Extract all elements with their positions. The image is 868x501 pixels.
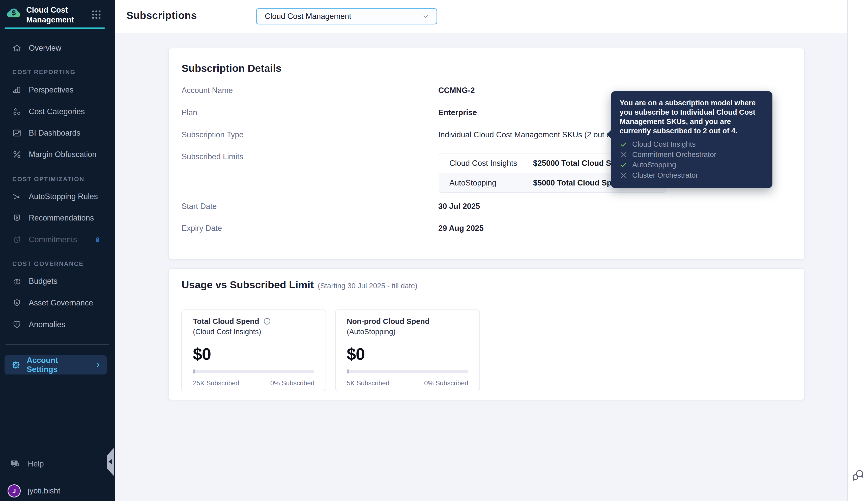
usage-progress-fill [347, 370, 349, 373]
tooltip-sku-name: Commitment Orchestrator [632, 150, 717, 159]
tooltip-arrow [607, 130, 611, 139]
module-dropdown[interactable]: Cloud Cost Management [256, 8, 437, 24]
card-title: Usage vs Subscribed Limit (Starting 30 J… [181, 279, 417, 291]
usage-progress-fill [193, 370, 195, 373]
field-value-expiry-date: 29 Aug 2025 [438, 223, 484, 234]
sidebar-item-label: Recommendations [29, 213, 94, 223]
module-grid-icon[interactable] [91, 9, 102, 20]
field-label-plan: Plan [181, 107, 197, 118]
chevron-right-icon [94, 361, 102, 369]
sidebar-item-cost-categories[interactable]: Cost Categories [0, 101, 115, 122]
field-label-subscription-type: Subscription Type [181, 129, 244, 140]
svg-text:?: ? [13, 460, 15, 465]
percent-icon [12, 150, 22, 159]
sidebar-divider [6, 344, 109, 345]
usage-card-title: Non-prod Cloud Spend [347, 317, 468, 326]
x-icon [620, 171, 628, 179]
sidebar-section-cost-reporting: COST REPORTING [12, 68, 76, 76]
usage-amount: $0 [347, 344, 468, 364]
tooltip-sku-list: Cloud Cost Insights Commitment Orchestra… [620, 139, 764, 180]
page-title: Subscriptions [126, 10, 197, 21]
usage-title: Usage vs Subscribed Limit [181, 279, 314, 291]
usage-card-title-text: Non-prod Cloud Spend [347, 317, 429, 326]
usage-subtitle: (Starting 30 Jul 2025 - till date) [318, 282, 417, 290]
sidebar-item-recommendations[interactable]: Recommendations [0, 207, 115, 229]
sidebar-item-label: Asset Governance [29, 298, 93, 308]
top-bar: Subscriptions Cloud Cost Management [115, 0, 847, 33]
sidebar-item-budgets[interactable]: $ Budgets [0, 270, 115, 292]
avatar[interactable]: J [8, 484, 21, 498]
dashboard-icon [12, 128, 22, 138]
bar-chart-icon [12, 85, 22, 95]
tooltip-text: You are on a subscription model where yo… [620, 98, 764, 136]
sidebar-accent-rule [4, 28, 105, 29]
app-root: $ Cloud Cost Management Overview COST RE… [0, 0, 868, 501]
field-label-expiry-date: Expiry Date [181, 223, 222, 234]
avatar-initial: J [12, 487, 16, 495]
sidebar-item-autostopping-rules[interactable]: AutoStopping Rules [0, 186, 115, 207]
check-icon [620, 140, 628, 148]
tooltip-sku-name: Cloud Cost Insights [632, 140, 696, 148]
sidebar-item-account-settings[interactable]: Account Settings [4, 355, 107, 374]
tooltip-sku-item: Cluster Orchestrator [620, 170, 764, 180]
sidebar-item-overview[interactable]: Overview [0, 37, 115, 59]
sidebar-item-label: Account Settings [27, 356, 88, 374]
sidebar-item-asset-governance[interactable]: $ Asset Governance [0, 292, 115, 314]
chevron-down-icon [421, 12, 430, 21]
info-icon[interactable] [263, 317, 271, 326]
sidebar-item-margin-obfuscation[interactable]: Margin Obfuscation [0, 143, 115, 165]
svg-text:$: $ [12, 9, 16, 17]
sidebar-section-cost-optimization: COST OPTIMIZATION [12, 175, 84, 183]
usage-card-non-prod-cloud-spend: Non-prod Cloud Spend (AutoStopping) $0 5… [335, 309, 480, 391]
x-icon [620, 151, 628, 159]
tooltip-sku-item: Cloud Cost Insights [620, 139, 764, 149]
clock-history-icon [12, 235, 22, 244]
subscribed-percent-label: 0% Subscribed [270, 379, 314, 387]
sidebar-item-label: Overview [29, 44, 61, 53]
badge-icon [12, 213, 22, 223]
field-label-subscribed-limits: Subscribed Limits [181, 151, 243, 162]
chat-icon[interactable] [851, 468, 865, 482]
tooltip-sku-item: Commitment Orchestrator [620, 149, 764, 160]
usage-progress-bar [347, 370, 468, 373]
usage-card-subtitle: (AutoStopping) [347, 328, 468, 336]
sidebar-item-perspectives[interactable]: Perspectives [0, 79, 115, 101]
shapes-icon [12, 107, 22, 116]
gear-icon [11, 360, 21, 370]
usage-card-title: Total Cloud Spend [193, 317, 314, 326]
sidebar-item-label: Perspectives [29, 85, 73, 95]
check-icon [620, 161, 628, 169]
sidebar-item-bi-dashboards[interactable]: BI Dashboards [0, 122, 115, 144]
subscription-type-tooltip: You are on a subscription model where yo… [611, 91, 772, 188]
limit-sku: AutoStopping [449, 179, 533, 188]
tooltip-sku-name: Cluster Orchestrator [632, 171, 698, 179]
subscribed-amount-label: 25K Subscribed [193, 379, 239, 387]
field-label-account-name: Account Name [181, 85, 233, 96]
sidebar-section-cost-governance: COST GOVERNANCE [12, 260, 84, 268]
usage-card-title-text: Total Cloud Spend [193, 317, 259, 326]
piggy-bank-icon: $ [12, 276, 22, 286]
app-title: Cloud Cost Management [26, 5, 92, 25]
main-content: Subscription Details Account Name CCMNG-… [115, 33, 847, 501]
home-icon [12, 43, 22, 53]
sidebar-item-anomalies[interactable]: Anomalies [0, 314, 115, 335]
field-value-subscription-type: Individual Cloud Cost Management SKUs (2… [438, 129, 635, 140]
app-logo[interactable]: $ Cloud Cost Management [6, 5, 92, 25]
sidebar-item-label: Margin Obfuscation [29, 150, 97, 159]
user-menu[interactable]: J jyoti.bisht [8, 484, 60, 498]
sidebar-item-label: BI Dashboards [29, 129, 81, 138]
subscription-type-text: Individual Cloud Cost Management SKUs (2… [438, 129, 622, 140]
usage-amount: $0 [193, 344, 314, 364]
sidebar: $ Cloud Cost Management Overview COST RE… [0, 0, 115, 501]
user-name: jyoti.bisht [28, 487, 60, 495]
help-chat-icon: ? [10, 458, 21, 470]
subscribed-amount-label: 5K Subscribed [347, 379, 389, 387]
sidebar-item-help[interactable]: ? Help [0, 453, 115, 475]
sidebar-item-label: Commitments [29, 235, 77, 244]
usage-card-total-cloud-spend: Total Cloud Spend (Cloud Cost Insights) … [181, 309, 326, 391]
shield-alert-icon [12, 320, 22, 329]
tooltip-sku-item: AutoStopping [620, 160, 764, 170]
right-rail [847, 0, 868, 501]
help-label: Help [28, 459, 44, 469]
svg-text:$: $ [16, 280, 18, 283]
